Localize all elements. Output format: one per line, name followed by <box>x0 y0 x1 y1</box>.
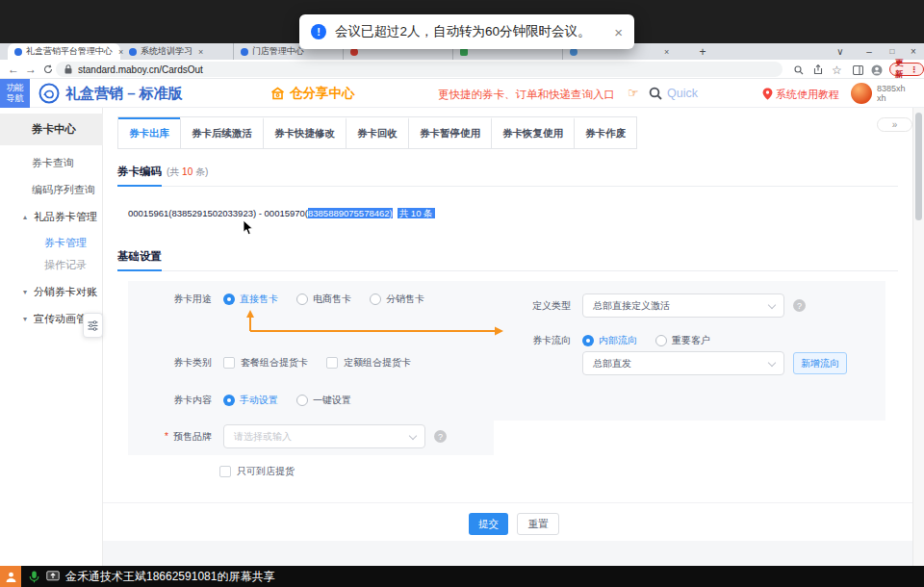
caret-down-icon: ▾ <box>23 315 34 323</box>
page-bottom-band <box>103 541 912 566</box>
main-content: 券卡出库 券卡后续激活 券卡快捷修改 券卡回收 券卡暂停使用 券卡恢复使用 券卡… <box>103 108 912 566</box>
tab-suspend[interactable]: 券卡暂停使用 <box>408 117 491 148</box>
tutorial-link[interactable]: 系统使用教程 <box>776 88 839 102</box>
category-row: 券卡类别 套餐组合提货卡 定额组合提货卡 <box>171 356 429 370</box>
scrollbar-thumb[interactable] <box>915 113 922 220</box>
expand-chevrons-button[interactable]: » <box>877 117 912 132</box>
user-name-sub: xh <box>877 93 906 103</box>
radio-one-click-setup[interactable]: 一键设置 <box>296 394 351 407</box>
radio-label: 重要客户 <box>672 334 710 347</box>
chevron-down-icon <box>768 359 776 367</box>
radio-label: 分销售卡 <box>386 293 424 306</box>
define-type-select[interactable]: 总部直接定义激活 <box>582 294 784 318</box>
checkbox-fixed-combo-card[interactable]: 定额组合提货卡 <box>326 356 411 370</box>
presale-brand-select[interactable]: 请选择或输入 <box>223 424 425 448</box>
sidebar-item-gift-card-mgmt[interactable]: ▴ 礼品券卡管理 <box>0 209 102 224</box>
profile-icon[interactable] <box>869 63 884 77</box>
nav-badge-line1: 功能 <box>0 83 30 93</box>
select-value: 总部直发 <box>593 357 631 370</box>
zoom-icon[interactable] <box>791 63 806 77</box>
back-icon[interactable]: ← <box>6 62 21 77</box>
submit-button[interactable]: 提交 <box>469 513 508 535</box>
sidebar-item-sequence-query[interactable]: 编码序列查询 <box>0 182 102 197</box>
quick-label[interactable]: Quick <box>667 87 698 100</box>
sidebar-item-dist-reconcile[interactable]: ▾ 分销券卡对账 <box>0 284 102 299</box>
tab-cards-out[interactable]: 券卡出库 <box>118 117 180 148</box>
user-avatar[interactable] <box>851 83 872 104</box>
required-mark: * <box>165 431 171 442</box>
radio-icon[interactable] <box>223 395 235 406</box>
favicon <box>129 48 137 56</box>
tab-recycle[interactable]: 券卡回收 <box>346 117 408 148</box>
radio-icon[interactable] <box>296 395 308 406</box>
share-icon[interactable] <box>810 63 825 77</box>
forward-icon[interactable]: → <box>23 62 38 77</box>
checkbox-icon[interactable] <box>223 357 235 369</box>
codes-section-header: 券卡编码(共 10 条) <box>117 162 898 187</box>
sidebar-collapse-handle[interactable] <box>83 313 103 338</box>
browser-tab-2[interactable]: 系统培训学习 × <box>122 43 231 60</box>
usage-row: 券卡用途 直接售卡 电商售卡 分销售卡 <box>171 293 443 306</box>
radio-label: 电商售卡 <box>313 293 351 306</box>
lock-icon <box>64 64 72 74</box>
checkbox-icon[interactable] <box>219 466 231 477</box>
radio-ecommerce-sale[interactable]: 电商售卡 <box>296 293 351 306</box>
checkbox-combo-pickup-card[interactable]: 套餐组合提货卡 <box>223 356 308 370</box>
sidebar-item-card-query[interactable]: 券卡查询 <box>0 155 102 170</box>
toast-close-icon[interactable]: × <box>614 25 623 39</box>
browser-tab-1[interactable]: 礼盒营销平台管理中心 × <box>8 43 120 60</box>
help-icon[interactable]: ? <box>434 430 447 443</box>
radio-internal-flow[interactable]: 内部流向 <box>582 334 637 347</box>
sidebar-item-op-log[interactable]: 操作记录 <box>0 257 102 272</box>
toast-message: 会议已超过2人，自动转为60分钟限时会议。 <box>335 23 591 40</box>
overflow-dots-icon[interactable]: ⋮ <box>911 64 919 74</box>
app-header: 功能 导航 礼盒营销 – 标准版 仓分享中心 更快捷的券卡、订单和快递查询入口 … <box>0 79 924 108</box>
share-center-link[interactable]: 仓分享中心 <box>270 85 355 102</box>
mic-icon[interactable] <box>29 571 39 583</box>
radio-manual-setup[interactable]: 手动设置 <box>223 394 278 407</box>
bookmark-star-icon[interactable]: ☆ <box>830 63 844 77</box>
finger-point-icon: ☞ <box>628 86 639 100</box>
sharer-avatar <box>0 566 21 587</box>
side-panel-icon[interactable] <box>851 63 865 77</box>
radio-icon[interactable] <box>223 294 235 305</box>
radio-distribution-sale[interactable]: 分销售卡 <box>370 293 424 306</box>
tune-icon <box>88 320 98 331</box>
reload-icon[interactable] <box>40 62 56 77</box>
url-field[interactable]: standard.maboy.cn/CardsOut <box>56 62 783 77</box>
radio-icon[interactable] <box>370 294 381 305</box>
meeting-toast: ! 会议已超过2人，自动转为60分钟限时会议。 × <box>299 14 634 49</box>
tab-search-icon[interactable]: ∨ <box>830 43 851 60</box>
checkbox-store-pickup-only[interactable]: 只可到店提货 <box>219 465 295 478</box>
tab-close-icon[interactable]: × <box>664 47 669 57</box>
radio-direct-sale[interactable]: 直接售卡 <box>223 293 278 306</box>
nav-badge[interactable]: 功能 导航 <box>0 79 30 108</box>
tab-close-icon[interactable]: × <box>198 47 203 57</box>
reset-button[interactable]: 重置 <box>517 513 559 535</box>
flow-select-row: 总部直发 新增流向 <box>530 351 847 375</box>
quick-search-icon[interactable] <box>649 87 662 104</box>
caret-up-icon: ▴ <box>23 213 34 221</box>
code-range-plain: 00015961(8385291502033923) - 00015970( <box>128 208 308 218</box>
sidebar-item-card-mgmt[interactable]: 券卡管理 <box>0 235 102 250</box>
checkbox-icon[interactable] <box>326 357 338 369</box>
screen-share-icon[interactable] <box>46 571 60 582</box>
tab-void[interactable]: 券卡作废 <box>574 117 636 148</box>
screen-share-bar: 金禾通技术王斌18662591081的屏幕共享 <box>0 566 924 587</box>
radio-key-customer[interactable]: 重要客户 <box>655 334 710 347</box>
radio-icon[interactable] <box>655 335 667 346</box>
warehouse-icon <box>270 87 285 100</box>
add-flow-button[interactable]: 新增流向 <box>793 352 847 374</box>
browser-update-button[interactable]: 更新 ⋮ <box>889 63 924 76</box>
new-tab-button[interactable]: + <box>695 44 710 59</box>
quick-entry-link[interactable]: 更快捷的券卡、订单和快递查询入口 <box>438 88 615 102</box>
code-range-line: 00015961(8385291502033923) - 00015970(83… <box>128 208 435 220</box>
tab-resume[interactable]: 券卡恢复使用 <box>491 117 574 148</box>
radio-icon[interactable] <box>296 294 308 305</box>
minimize-button[interactable]: – <box>859 43 880 60</box>
radio-icon[interactable] <box>582 335 594 346</box>
flow-select[interactable]: 总部直发 <box>582 351 784 375</box>
tab-followup-activate[interactable]: 券卡后续激活 <box>180 117 263 148</box>
tab-quick-modify[interactable]: 券卡快捷修改 <box>263 117 346 148</box>
help-icon[interactable]: ? <box>793 299 806 312</box>
